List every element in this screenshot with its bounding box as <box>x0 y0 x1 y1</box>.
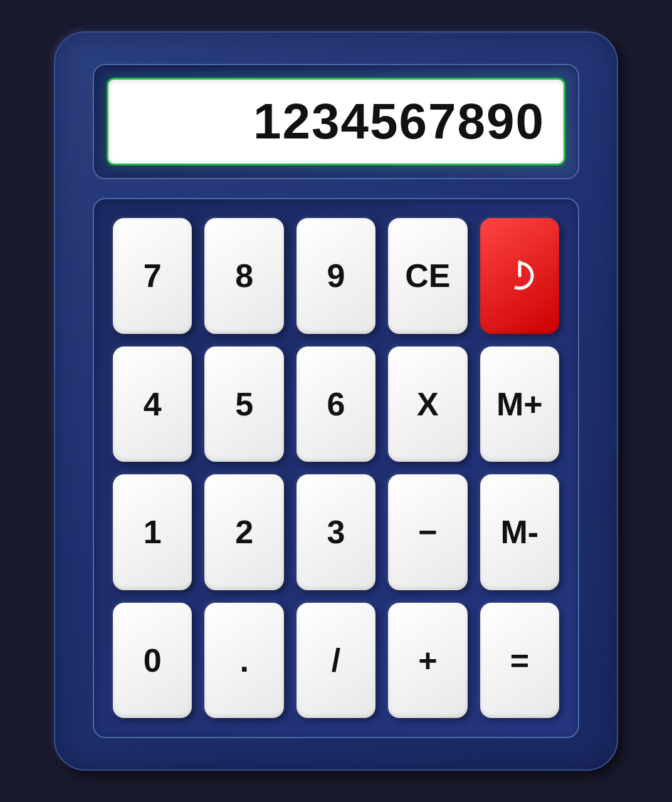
key-8[interactable]: 8 <box>204 218 283 334</box>
keypad-row-4: 0 . / + = <box>113 603 559 719</box>
power-icon <box>501 257 538 294</box>
key-minus[interactable]: − <box>388 474 467 590</box>
display: 1234567890 <box>107 78 565 165</box>
display-value: 1234567890 <box>253 93 545 150</box>
key-ce[interactable]: CE <box>388 218 467 334</box>
key-mminus[interactable]: M- <box>480 474 559 590</box>
key-plus[interactable]: + <box>388 603 467 719</box>
keypad-row-1: 7 8 9 CE <box>113 218 559 334</box>
keypad-row-3: 1 2 3 − M- <box>113 474 559 590</box>
key-power[interactable] <box>480 218 559 334</box>
key-5[interactable]: 5 <box>204 346 283 462</box>
key-mplus[interactable]: M+ <box>480 346 559 462</box>
keypad: 7 8 9 CE 4 5 6 X M+ 1 <box>93 198 579 738</box>
key-equals[interactable]: = <box>480 603 559 719</box>
key-4[interactable]: 4 <box>113 346 192 462</box>
display-wrapper: 1234567890 <box>93 64 579 179</box>
key-9[interactable]: 9 <box>297 218 375 334</box>
key-7[interactable]: 7 <box>113 218 192 334</box>
key-6[interactable]: 6 <box>297 346 375 462</box>
key-2[interactable]: 2 <box>204 474 283 590</box>
calculator: 1234567890 7 8 9 CE 4 5 6 <box>54 31 618 771</box>
key-1[interactable]: 1 <box>113 474 192 590</box>
key-3[interactable]: 3 <box>297 474 375 590</box>
key-0[interactable]: 0 <box>113 603 192 719</box>
key-decimal[interactable]: . <box>204 603 283 719</box>
key-multiply[interactable]: X <box>388 346 467 462</box>
keypad-row-2: 4 5 6 X M+ <box>113 346 559 462</box>
key-divide[interactable]: / <box>297 603 375 719</box>
